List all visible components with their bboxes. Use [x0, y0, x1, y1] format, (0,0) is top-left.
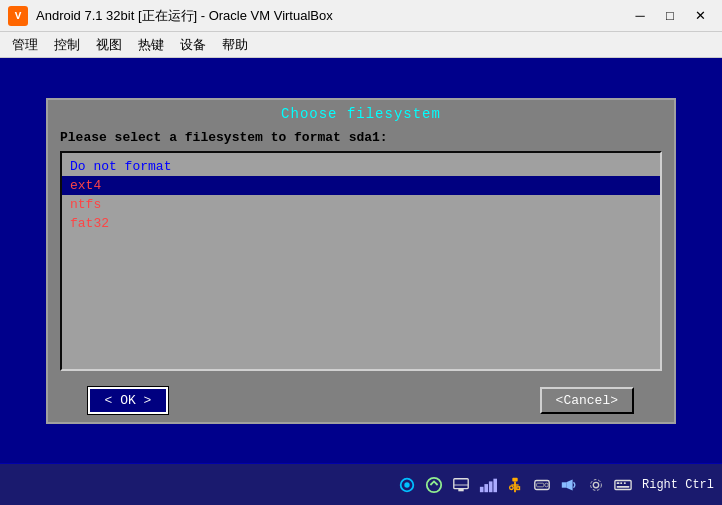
taskbar-icon-1[interactable] — [395, 473, 419, 497]
list-item-fat32[interactable]: fat32 — [62, 214, 660, 233]
window-title: Android 7.1 32bit [正在运行] - Oracle VM Vir… — [36, 7, 626, 25]
app-icon-label: V — [15, 10, 22, 22]
minimize-button[interactable]: ─ — [626, 5, 654, 27]
taskbar-system-icons: Right Ctrl — [395, 473, 714, 497]
button-row: < OK > <Cancel> — [48, 379, 674, 422]
dialog-body: Please select a filesystem to format sda… — [48, 126, 674, 379]
taskbar-icon-4[interactable] — [476, 473, 500, 497]
window-controls: ─ □ ✕ — [626, 5, 714, 27]
svg-rect-14 — [517, 486, 520, 489]
item-first-char: f — [70, 216, 78, 231]
menu-view[interactable]: 视图 — [88, 33, 130, 57]
item-rest: tfs — [78, 197, 101, 212]
ok-button[interactable]: < OK > — [88, 387, 168, 414]
svg-rect-3 — [454, 478, 468, 488]
item-rest: o not format — [78, 159, 172, 174]
dialog-title: Choose filesystem — [48, 100, 674, 126]
title-bar: V Android 7.1 32bit [正在运行] - Oracle VM V… — [0, 0, 722, 32]
menu-control[interactable]: 控制 — [46, 33, 88, 57]
item-first-char: n — [70, 197, 78, 212]
maximize-button[interactable]: □ — [656, 5, 684, 27]
menu-hotkey[interactable]: 热键 — [130, 33, 172, 57]
svg-rect-25 — [624, 482, 626, 484]
svg-point-2 — [427, 477, 441, 491]
svg-rect-18 — [562, 482, 567, 487]
svg-point-1 — [404, 482, 409, 487]
cancel-button[interactable]: <Cancel> — [540, 387, 634, 414]
svg-rect-4 — [458, 488, 463, 491]
svg-point-20 — [593, 482, 598, 487]
taskbar-icon-2[interactable] — [422, 473, 446, 497]
filesystem-dialog: Choose filesystem Please select a filesy… — [46, 98, 676, 424]
item-first-char: D — [70, 159, 78, 174]
menu-help[interactable]: 帮助 — [214, 33, 256, 57]
svg-point-21 — [591, 479, 602, 490]
virtualbox-window: V Android 7.1 32bit [正在运行] - Oracle VM V… — [0, 0, 722, 505]
menu-manage[interactable]: 管理 — [4, 33, 46, 57]
keyboard-icon[interactable] — [611, 473, 635, 497]
item-first-char: e — [70, 178, 78, 193]
svg-rect-10 — [512, 477, 517, 481]
menu-devices[interactable]: 设备 — [172, 33, 214, 57]
list-item-do-not-format[interactable]: Do not format — [62, 157, 660, 176]
vm-display[interactable]: Choose filesystem Please select a filesy… — [0, 58, 722, 463]
svg-rect-23 — [617, 482, 620, 484]
taskbar-icon-3[interactable] — [449, 473, 473, 497]
gear-icon[interactable] — [584, 473, 608, 497]
list-item-ext4[interactable]: ext4 — [62, 176, 660, 195]
item-rest: at32 — [78, 216, 109, 231]
taskbar-icon-5[interactable] — [503, 473, 527, 497]
taskbar-icon-6[interactable] — [530, 473, 554, 497]
svg-rect-24 — [620, 482, 622, 484]
svg-rect-26 — [617, 485, 630, 487]
taskbar-icon-7[interactable] — [557, 473, 581, 497]
dialog-prompt: Please select a filesystem to format sda… — [60, 130, 662, 145]
item-rest: xt4 — [78, 178, 101, 193]
filesystem-list[interactable]: Do not format ext4 ntfs fat32 — [60, 151, 662, 371]
list-item-ntfs[interactable]: ntfs — [62, 195, 660, 214]
svg-point-17 — [545, 483, 549, 487]
svg-rect-8 — [489, 481, 493, 492]
close-button[interactable]: ✕ — [686, 5, 714, 27]
svg-rect-7 — [484, 484, 488, 492]
svg-rect-22 — [615, 480, 631, 489]
svg-marker-19 — [566, 479, 572, 490]
menu-bar: 管理 控制 视图 热键 设备 帮助 — [0, 32, 722, 58]
svg-point-13 — [510, 485, 514, 489]
svg-rect-9 — [493, 478, 497, 492]
app-icon: V — [8, 6, 28, 26]
svg-rect-6 — [480, 486, 484, 491]
taskbar: Right Ctrl — [0, 463, 722, 505]
svg-rect-16 — [537, 483, 544, 487]
right-ctrl-label: Right Ctrl — [642, 478, 714, 492]
